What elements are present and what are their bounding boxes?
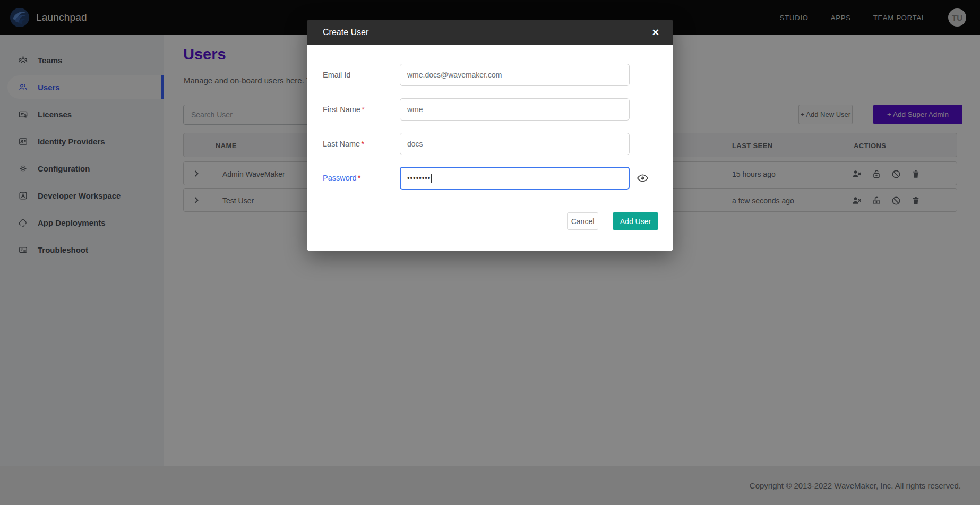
add-user-button[interactable]: Add User: [613, 212, 658, 230]
create-user-modal: Create User ✕ Email Id First Name* Last …: [307, 20, 673, 251]
password-label: Password*: [323, 167, 360, 189]
required-asterisk: *: [361, 140, 364, 148]
text-caret: [431, 174, 432, 183]
password-dots: ••••••••: [407, 174, 431, 182]
app-window: Launchpad STUDIO APPS TEAM PORTAL TU Tea…: [0, 0, 980, 505]
email-label: Email Id: [323, 64, 350, 86]
required-asterisk: *: [362, 105, 365, 114]
cancel-button[interactable]: Cancel: [567, 212, 598, 230]
modal-title: Create User: [323, 28, 368, 37]
first-name-field[interactable]: [400, 98, 630, 121]
show-password-icon[interactable]: [637, 172, 649, 184]
last-name-field[interactable]: [400, 133, 630, 155]
last-name-label: Last Name*: [323, 133, 364, 155]
email-field[interactable]: [400, 64, 630, 86]
close-icon[interactable]: ✕: [652, 28, 659, 37]
first-name-label: First Name*: [323, 98, 365, 121]
required-asterisk: *: [358, 174, 361, 182]
password-field[interactable]: ••••••••: [400, 167, 630, 190]
modal-header: Create User ✕: [307, 20, 673, 45]
